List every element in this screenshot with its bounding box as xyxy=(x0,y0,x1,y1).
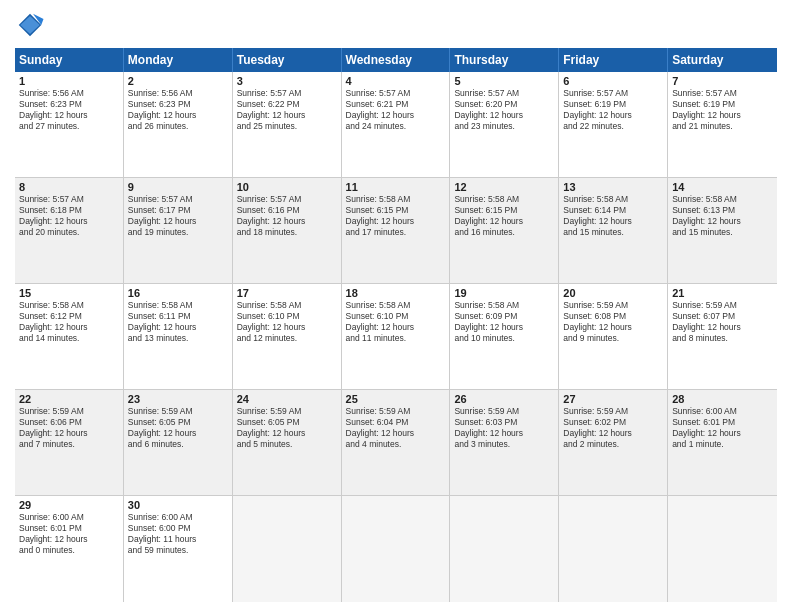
logo-icon xyxy=(15,10,45,40)
day-number: 19 xyxy=(454,287,554,299)
calendar-cell: 11Sunrise: 5:58 AMSunset: 6:15 PMDayligh… xyxy=(342,178,451,283)
calendar-cell: 1Sunrise: 5:56 AMSunset: 6:23 PMDaylight… xyxy=(15,72,124,177)
cell-info: Sunrise: 5:59 AMSunset: 6:03 PMDaylight:… xyxy=(454,406,554,450)
calendar-cell: 19Sunrise: 5:58 AMSunset: 6:09 PMDayligh… xyxy=(450,284,559,389)
day-number: 2 xyxy=(128,75,228,87)
day-number: 25 xyxy=(346,393,446,405)
cell-info: Sunrise: 5:57 AMSunset: 6:19 PMDaylight:… xyxy=(672,88,773,132)
calendar-cell: 5Sunrise: 5:57 AMSunset: 6:20 PMDaylight… xyxy=(450,72,559,177)
day-number: 6 xyxy=(563,75,663,87)
cell-info: Sunrise: 5:56 AMSunset: 6:23 PMDaylight:… xyxy=(19,88,119,132)
calendar-cell: 20Sunrise: 5:59 AMSunset: 6:08 PMDayligh… xyxy=(559,284,668,389)
day-number: 9 xyxy=(128,181,228,193)
calendar-cell: 27Sunrise: 5:59 AMSunset: 6:02 PMDayligh… xyxy=(559,390,668,495)
day-number: 22 xyxy=(19,393,119,405)
calendar-cell: 29Sunrise: 6:00 AMSunset: 6:01 PMDayligh… xyxy=(15,496,124,602)
cell-info: Sunrise: 5:58 AMSunset: 6:15 PMDaylight:… xyxy=(454,194,554,238)
day-number: 20 xyxy=(563,287,663,299)
cell-info: Sunrise: 5:59 AMSunset: 6:08 PMDaylight:… xyxy=(563,300,663,344)
calendar-cell xyxy=(450,496,559,602)
header-day-sunday: Sunday xyxy=(15,48,124,72)
day-number: 11 xyxy=(346,181,446,193)
day-number: 18 xyxy=(346,287,446,299)
cell-info: Sunrise: 5:58 AMSunset: 6:12 PMDaylight:… xyxy=(19,300,119,344)
day-number: 5 xyxy=(454,75,554,87)
day-number: 13 xyxy=(563,181,663,193)
day-number: 7 xyxy=(672,75,773,87)
day-number: 28 xyxy=(672,393,773,405)
cell-info: Sunrise: 5:59 AMSunset: 6:07 PMDaylight:… xyxy=(672,300,773,344)
cell-info: Sunrise: 5:56 AMSunset: 6:23 PMDaylight:… xyxy=(128,88,228,132)
page: SundayMondayTuesdayWednesdayThursdayFrid… xyxy=(0,0,792,612)
calendar-cell: 28Sunrise: 6:00 AMSunset: 6:01 PMDayligh… xyxy=(668,390,777,495)
cell-info: Sunrise: 5:58 AMSunset: 6:10 PMDaylight:… xyxy=(237,300,337,344)
header-day-friday: Friday xyxy=(559,48,668,72)
cell-info: Sunrise: 5:59 AMSunset: 6:02 PMDaylight:… xyxy=(563,406,663,450)
calendar-cell: 30Sunrise: 6:00 AMSunset: 6:00 PMDayligh… xyxy=(124,496,233,602)
calendar-cell: 18Sunrise: 5:58 AMSunset: 6:10 PMDayligh… xyxy=(342,284,451,389)
day-number: 17 xyxy=(237,287,337,299)
calendar-cell: 13Sunrise: 5:58 AMSunset: 6:14 PMDayligh… xyxy=(559,178,668,283)
calendar-cell: 2Sunrise: 5:56 AMSunset: 6:23 PMDaylight… xyxy=(124,72,233,177)
cell-info: Sunrise: 5:57 AMSunset: 6:18 PMDaylight:… xyxy=(19,194,119,238)
calendar-cell xyxy=(668,496,777,602)
cell-info: Sunrise: 5:57 AMSunset: 6:17 PMDaylight:… xyxy=(128,194,228,238)
day-number: 16 xyxy=(128,287,228,299)
calendar-cell xyxy=(233,496,342,602)
day-number: 21 xyxy=(672,287,773,299)
calendar-cell: 3Sunrise: 5:57 AMSunset: 6:22 PMDaylight… xyxy=(233,72,342,177)
calendar-cell: 8Sunrise: 5:57 AMSunset: 6:18 PMDaylight… xyxy=(15,178,124,283)
cell-info: Sunrise: 6:00 AMSunset: 6:01 PMDaylight:… xyxy=(672,406,773,450)
cell-info: Sunrise: 5:57 AMSunset: 6:16 PMDaylight:… xyxy=(237,194,337,238)
day-number: 10 xyxy=(237,181,337,193)
calendar-cell: 14Sunrise: 5:58 AMSunset: 6:13 PMDayligh… xyxy=(668,178,777,283)
cell-info: Sunrise: 5:58 AMSunset: 6:13 PMDaylight:… xyxy=(672,194,773,238)
day-number: 29 xyxy=(19,499,119,511)
calendar-row-3: 22Sunrise: 5:59 AMSunset: 6:06 PMDayligh… xyxy=(15,390,777,496)
calendar-body: 1Sunrise: 5:56 AMSunset: 6:23 PMDaylight… xyxy=(15,72,777,602)
day-number: 14 xyxy=(672,181,773,193)
header xyxy=(15,10,777,40)
calendar-cell: 25Sunrise: 5:59 AMSunset: 6:04 PMDayligh… xyxy=(342,390,451,495)
header-day-monday: Monday xyxy=(124,48,233,72)
day-number: 30 xyxy=(128,499,228,511)
day-number: 23 xyxy=(128,393,228,405)
cell-info: Sunrise: 5:59 AMSunset: 6:05 PMDaylight:… xyxy=(128,406,228,450)
cell-info: Sunrise: 5:57 AMSunset: 6:19 PMDaylight:… xyxy=(563,88,663,132)
header-day-thursday: Thursday xyxy=(450,48,559,72)
cell-info: Sunrise: 6:00 AMSunset: 6:00 PMDaylight:… xyxy=(128,512,228,556)
calendar-cell: 21Sunrise: 5:59 AMSunset: 6:07 PMDayligh… xyxy=(668,284,777,389)
cell-info: Sunrise: 5:59 AMSunset: 6:06 PMDaylight:… xyxy=(19,406,119,450)
cell-info: Sunrise: 5:57 AMSunset: 6:21 PMDaylight:… xyxy=(346,88,446,132)
calendar-row-0: 1Sunrise: 5:56 AMSunset: 6:23 PMDaylight… xyxy=(15,72,777,178)
calendar-cell: 6Sunrise: 5:57 AMSunset: 6:19 PMDaylight… xyxy=(559,72,668,177)
calendar-cell: 24Sunrise: 5:59 AMSunset: 6:05 PMDayligh… xyxy=(233,390,342,495)
day-number: 15 xyxy=(19,287,119,299)
day-number: 4 xyxy=(346,75,446,87)
header-day-wednesday: Wednesday xyxy=(342,48,451,72)
calendar-cell: 22Sunrise: 5:59 AMSunset: 6:06 PMDayligh… xyxy=(15,390,124,495)
cell-info: Sunrise: 5:58 AMSunset: 6:10 PMDaylight:… xyxy=(346,300,446,344)
calendar-cell: 26Sunrise: 5:59 AMSunset: 6:03 PMDayligh… xyxy=(450,390,559,495)
day-number: 8 xyxy=(19,181,119,193)
calendar-cell: 7Sunrise: 5:57 AMSunset: 6:19 PMDaylight… xyxy=(668,72,777,177)
day-number: 1 xyxy=(19,75,119,87)
day-number: 3 xyxy=(237,75,337,87)
calendar-row-2: 15Sunrise: 5:58 AMSunset: 6:12 PMDayligh… xyxy=(15,284,777,390)
cell-info: Sunrise: 5:58 AMSunset: 6:15 PMDaylight:… xyxy=(346,194,446,238)
cell-info: Sunrise: 5:57 AMSunset: 6:22 PMDaylight:… xyxy=(237,88,337,132)
calendar-row-1: 8Sunrise: 5:57 AMSunset: 6:18 PMDaylight… xyxy=(15,178,777,284)
cell-info: Sunrise: 5:58 AMSunset: 6:14 PMDaylight:… xyxy=(563,194,663,238)
cell-info: Sunrise: 5:59 AMSunset: 6:04 PMDaylight:… xyxy=(346,406,446,450)
cell-info: Sunrise: 5:58 AMSunset: 6:11 PMDaylight:… xyxy=(128,300,228,344)
cell-info: Sunrise: 6:00 AMSunset: 6:01 PMDaylight:… xyxy=(19,512,119,556)
calendar-cell: 10Sunrise: 5:57 AMSunset: 6:16 PMDayligh… xyxy=(233,178,342,283)
calendar-row-4: 29Sunrise: 6:00 AMSunset: 6:01 PMDayligh… xyxy=(15,496,777,602)
calendar-cell: 4Sunrise: 5:57 AMSunset: 6:21 PMDaylight… xyxy=(342,72,451,177)
calendar-cell: 16Sunrise: 5:58 AMSunset: 6:11 PMDayligh… xyxy=(124,284,233,389)
day-number: 27 xyxy=(563,393,663,405)
logo xyxy=(15,10,49,40)
calendar-header: SundayMondayTuesdayWednesdayThursdayFrid… xyxy=(15,48,777,72)
calendar-cell: 17Sunrise: 5:58 AMSunset: 6:10 PMDayligh… xyxy=(233,284,342,389)
header-day-tuesday: Tuesday xyxy=(233,48,342,72)
